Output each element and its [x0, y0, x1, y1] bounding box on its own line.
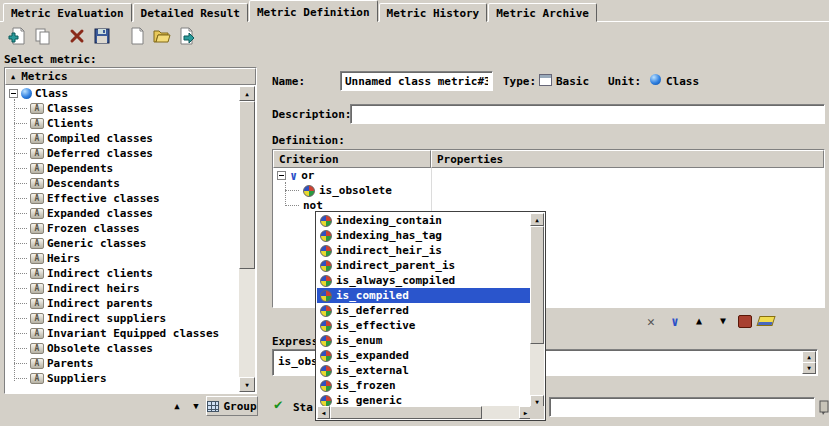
move-up-icon[interactable]: ▲	[690, 312, 708, 330]
new-file-button[interactable]	[124, 25, 149, 49]
export-metric-button[interactable]	[174, 25, 199, 49]
tree-scrollbar[interactable]: ▲ ▼	[239, 86, 255, 392]
metric-tree-item[interactable]: Heirs	[6, 251, 239, 266]
description-input[interactable]	[350, 104, 825, 124]
dropdown-item-label: is_effective	[336, 319, 415, 332]
dropdown-item-selected[interactable]: is_compiled	[317, 288, 531, 303]
and-criterion-icon[interactable]: ✕	[642, 312, 660, 330]
dropdown-vertical-scrollbar[interactable]: ▲ ▼	[530, 213, 544, 408]
class-metric-icon	[30, 118, 44, 129]
tab-detailed-result[interactable]: Detailed Result	[133, 3, 248, 22]
metrics-column-header[interactable]: ▲ Metrics	[5, 68, 256, 85]
metric-tree-item[interactable]: Generic classes	[6, 236, 239, 251]
metric-tree-item[interactable]: Indirect suppliers	[6, 311, 239, 326]
metric-tree-item[interactable]: Obsolete classes	[6, 341, 239, 356]
metric-tree-item[interactable]: Clients	[6, 116, 239, 131]
metric-tree-item-label: Suppliers	[47, 372, 107, 385]
properties-column-header[interactable]: Properties	[431, 150, 824, 168]
erase-icon[interactable]	[756, 316, 775, 326]
dropdown-item-label: indirect_heir_is	[336, 244, 442, 257]
dropdown-item[interactable]: is_frozen	[317, 378, 531, 393]
metric-tree-item[interactable]: Compiled classes	[6, 131, 239, 146]
dropdown-horizontal-scrollbar[interactable]: ◀ ▶	[317, 406, 532, 419]
metric-tree-item[interactable]: Classes	[6, 101, 239, 116]
expression-scrollbar[interactable]: ▲ ▼	[802, 351, 816, 374]
metric-tree-item[interactable]: Expanded classes	[6, 206, 239, 221]
metric-tree-item[interactable]: Deferred classes	[6, 146, 239, 161]
metric-tree-item[interactable]: Effective classes	[6, 191, 239, 206]
remove-metric-button[interactable]	[64, 25, 89, 49]
scroll-down-icon[interactable]: ▼	[802, 362, 816, 374]
dropdown-item[interactable]: is_expanded	[317, 348, 531, 363]
dropdown-item[interactable]: indexing_contain	[317, 213, 531, 228]
metric-tree-item[interactable]: Dependents	[6, 161, 239, 176]
criterion-toolbar: ✕ ∨ ▲ ▼	[642, 311, 774, 331]
scroll-up-icon[interactable]: ▲	[239, 86, 255, 101]
status-input[interactable]	[549, 397, 815, 417]
dropdown-item-label: is_enum	[336, 334, 382, 347]
metric-tree-item-label: Indirect parents	[47, 297, 153, 310]
metric-tree-item-label: Indirect heirs	[47, 282, 140, 295]
metric-tree-root[interactable]: Class	[6, 86, 239, 101]
delete-criterion-icon[interactable]	[738, 315, 752, 328]
criterion-row-label: is_obsolete	[319, 184, 392, 197]
tab-metric-archive[interactable]: Metric Archive	[488, 3, 597, 22]
comment-icon[interactable]	[819, 399, 829, 418]
metric-tree-item[interactable]: Indirect clients	[6, 266, 239, 281]
class-metric-icon	[30, 163, 44, 174]
dropdown-item[interactable]: indirect_heir_is	[317, 243, 531, 258]
criterion-type-icon	[320, 260, 332, 272]
class-metric-icon	[30, 253, 44, 264]
criterion-row-is-obsolete[interactable]: is_obsolete	[273, 183, 824, 198]
or-criterion-icon[interactable]: ∨	[666, 312, 684, 330]
new-metric-button[interactable]	[4, 25, 29, 49]
basic-metric-type-icon	[539, 74, 552, 86]
open-folder-button[interactable]	[149, 25, 174, 49]
scroll-up-icon[interactable]: ▲	[530, 213, 544, 226]
dropdown-item[interactable]: is_external	[317, 363, 531, 378]
group-toggle-button[interactable]: Group	[206, 396, 258, 416]
metric-tree-item[interactable]: Invariant Equipped classes	[6, 326, 239, 341]
duplicate-metric-button[interactable]	[29, 25, 54, 49]
tab-metric-definition[interactable]: Metric Definition	[249, 0, 378, 22]
scroll-left-icon[interactable]: ◀	[317, 406, 330, 419]
scroll-thumb[interactable]	[330, 406, 482, 419]
metric-tree-item-label: Compiled classes	[47, 132, 153, 145]
dropdown-item[interactable]: is_always_compiled	[317, 273, 531, 288]
move-down-icon[interactable]: ▼	[714, 312, 732, 330]
dropdown-item-label: is_deferred	[336, 304, 409, 317]
class-metric-icon	[30, 238, 44, 249]
name-input[interactable]	[340, 71, 493, 91]
save-metric-button[interactable]	[89, 25, 114, 49]
dropdown-item[interactable]: indexing_has_tag	[317, 228, 531, 243]
criterion-type-icon	[303, 185, 315, 197]
metric-tree-item[interactable]: Parents	[6, 356, 239, 371]
criterion-column-header[interactable]: Criterion	[273, 150, 431, 168]
dropdown-item[interactable]: is_deferred	[317, 303, 531, 318]
collapse-icon[interactable]	[277, 171, 286, 180]
metric-tree-item[interactable]: Descendants	[6, 176, 239, 191]
metric-tree-item-label: Descendants	[47, 177, 120, 190]
dropdown-item[interactable]: is_effective	[317, 318, 531, 333]
collapse-icon[interactable]	[9, 89, 18, 98]
move-metric-down-button[interactable]: ▼	[187, 398, 205, 414]
dropdown-item[interactable]: is_enum	[317, 333, 531, 348]
metric-tree-item-label: Generic classes	[47, 237, 146, 250]
move-metric-up-button[interactable]: ▲	[168, 398, 186, 414]
criterion-type-icon	[320, 320, 332, 332]
metric-tree-item[interactable]: Frozen classes	[6, 221, 239, 236]
group-grid-icon	[207, 401, 219, 412]
scroll-thumb[interactable]	[530, 226, 544, 344]
class-metric-icon	[30, 178, 44, 189]
tab-metric-evaluation[interactable]: Metric Evaluation	[3, 3, 132, 22]
scroll-thumb[interactable]	[239, 101, 255, 269]
criterion-row-or[interactable]: ∨ or	[273, 168, 824, 183]
metric-tree-item[interactable]: Indirect parents	[6, 296, 239, 311]
scroll-down-icon[interactable]: ▼	[239, 377, 255, 392]
toolbar-separator	[114, 25, 124, 49]
metric-tree-item[interactable]: Indirect heirs	[6, 281, 239, 296]
tab-metric-history[interactable]: Metric History	[379, 3, 488, 22]
criterion-type-icon	[320, 305, 332, 317]
dropdown-item[interactable]: indirect_parent_is	[317, 258, 531, 273]
metric-tree-item[interactable]: Suppliers	[6, 371, 239, 386]
